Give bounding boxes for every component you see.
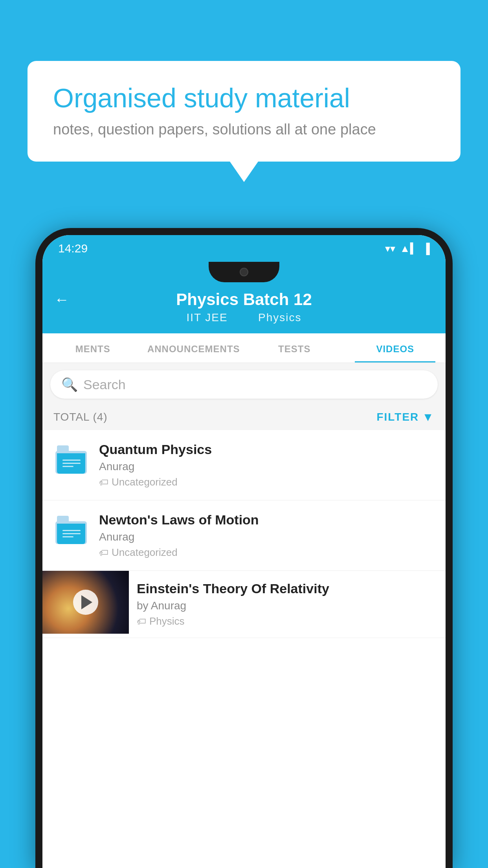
speech-bubble: Organised study material notes, question… bbox=[28, 61, 460, 162]
subtitle-separator bbox=[241, 311, 249, 324]
search-placeholder: Search bbox=[83, 377, 126, 392]
status-icons: ▾▾ ▲▍ ▐ bbox=[385, 243, 430, 255]
total-count: TOTAL (4) bbox=[53, 411, 108, 423]
video-thumbnail-einstein bbox=[42, 571, 129, 634]
folder-icon-quantum bbox=[53, 442, 89, 477]
tab-ments[interactable]: MENTS bbox=[42, 333, 143, 362]
header-subtitle: IIT JEE Physics bbox=[54, 311, 434, 324]
video-author-einstein: by Anurag bbox=[137, 600, 438, 612]
search-bar-wrapper: 🔍 Search bbox=[42, 363, 446, 406]
speech-bubble-subtitle: notes, question papers, solutions all at… bbox=[53, 121, 435, 138]
tag-icon-quantum: 🏷 bbox=[99, 477, 108, 488]
video-title-quantum: Quantum Physics bbox=[99, 442, 435, 457]
video-tag-einstein: 🏷 Physics bbox=[137, 615, 438, 627]
tab-announcements[interactable]: ANNOUNCEMENTS bbox=[143, 333, 244, 362]
wifi-icon: ▾▾ bbox=[385, 243, 395, 255]
video-info-quantum: Quantum Physics Anurag 🏷 Uncategorized bbox=[99, 442, 435, 488]
page-title: Physics Batch 12 bbox=[176, 290, 312, 309]
video-author-newton: Anurag bbox=[99, 531, 435, 543]
status-time: 14:29 bbox=[58, 242, 88, 255]
tag-icon-newton: 🏷 bbox=[99, 547, 108, 558]
video-info-newton: Newton's Laws of Motion Anurag 🏷 Uncateg… bbox=[99, 512, 435, 559]
notch bbox=[209, 262, 279, 282]
filter-bar: TOTAL (4) FILTER ▼ bbox=[42, 406, 446, 430]
tag-label-quantum: Uncategorized bbox=[112, 476, 178, 488]
signal-icon: ▲▍ bbox=[400, 243, 418, 255]
speech-bubble-title: Organised study material bbox=[53, 83, 435, 113]
app-header: ← Physics Batch 12 IIT JEE Physics bbox=[42, 282, 446, 333]
speech-bubble-wrapper: Organised study material notes, question… bbox=[28, 61, 460, 182]
video-title-newton: Newton's Laws of Motion bbox=[99, 512, 435, 528]
video-author-quantum: Anurag bbox=[99, 460, 435, 473]
play-button-einstein[interactable] bbox=[73, 590, 98, 615]
tabs-bar: MENTS ANNOUNCEMENTS TESTS VIDEOS bbox=[42, 333, 446, 363]
video-tag-quantum: 🏷 Uncategorized bbox=[99, 476, 435, 488]
video-title-einstein: Einstein's Theory Of Relativity bbox=[137, 581, 438, 596]
filter-icon: ▼ bbox=[422, 410, 435, 424]
video-info-einstein: Einstein's Theory Of Relativity by Anura… bbox=[129, 571, 446, 638]
video-item-quantum[interactable]: Quantum Physics Anurag 🏷 Uncategorized bbox=[42, 430, 446, 500]
phone-frame: 14:29 ▾▾ ▲▍ ▐ ← Physics Batch 12 IIT JEE… bbox=[35, 228, 453, 868]
speech-bubble-pointer bbox=[230, 162, 258, 182]
back-button[interactable]: ← bbox=[54, 291, 69, 308]
tag-icon-einstein: 🏷 bbox=[137, 616, 146, 627]
subtitle-iitjee: IIT JEE bbox=[186, 311, 227, 324]
filter-label: FILTER bbox=[376, 411, 419, 423]
phone-screen: 14:29 ▾▾ ▲▍ ▐ ← Physics Batch 12 IIT JEE… bbox=[42, 235, 446, 868]
search-icon: 🔍 bbox=[61, 377, 78, 392]
tab-tests[interactable]: TESTS bbox=[244, 333, 345, 362]
subtitle-physics: Physics bbox=[258, 311, 301, 324]
battery-icon: ▐ bbox=[423, 243, 430, 255]
video-item-einstein[interactable]: Einstein's Theory Of Relativity by Anura… bbox=[42, 571, 446, 638]
tag-label-newton: Uncategorized bbox=[112, 546, 178, 559]
filter-button[interactable]: FILTER ▼ bbox=[376, 410, 435, 424]
tag-label-einstein: Physics bbox=[149, 615, 185, 627]
content-list: Quantum Physics Anurag 🏷 Uncategorized bbox=[42, 430, 446, 868]
tab-videos[interactable]: VIDEOS bbox=[345, 333, 446, 362]
video-item-newton[interactable]: Newton's Laws of Motion Anurag 🏷 Uncateg… bbox=[42, 500, 446, 571]
search-bar[interactable]: 🔍 Search bbox=[50, 370, 438, 399]
thumbnail-bg bbox=[42, 571, 129, 634]
folder-icon-newton bbox=[53, 512, 89, 548]
play-triangle-icon bbox=[81, 595, 92, 609]
header-top: ← Physics Batch 12 bbox=[54, 290, 434, 309]
camera-dot bbox=[240, 268, 248, 276]
status-bar: 14:29 ▾▾ ▲▍ ▐ bbox=[42, 235, 446, 262]
notch-area bbox=[42, 262, 446, 282]
video-tag-newton: 🏷 Uncategorized bbox=[99, 546, 435, 559]
